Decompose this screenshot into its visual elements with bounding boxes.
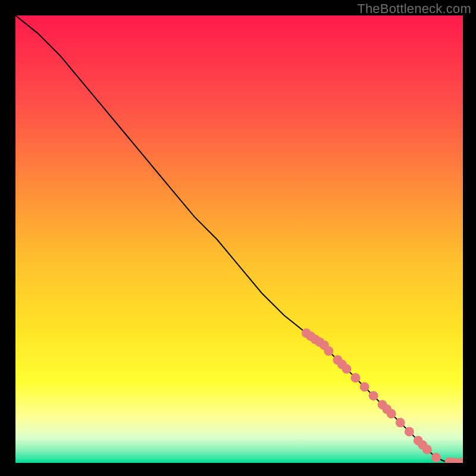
- data-point: [324, 346, 333, 356]
- watermark-text: TheBottleneck.com: [357, 1, 471, 17]
- data-point: [405, 427, 414, 436]
- data-point: [342, 364, 352, 374]
- data-point: [431, 453, 441, 462]
- data-point: [369, 391, 378, 400]
- curve-overlay: [15, 15, 463, 463]
- data-point: [351, 373, 361, 383]
- data-point: [360, 382, 369, 392]
- marker-group: [302, 328, 463, 463]
- data-point: [422, 444, 432, 454]
- data-point: [396, 418, 405, 427]
- data-point: [387, 409, 396, 418]
- data-point: [456, 458, 463, 463]
- chart-frame: TheBottleneck.com: [0, 0, 476, 476]
- main-curve: [15, 15, 463, 462]
